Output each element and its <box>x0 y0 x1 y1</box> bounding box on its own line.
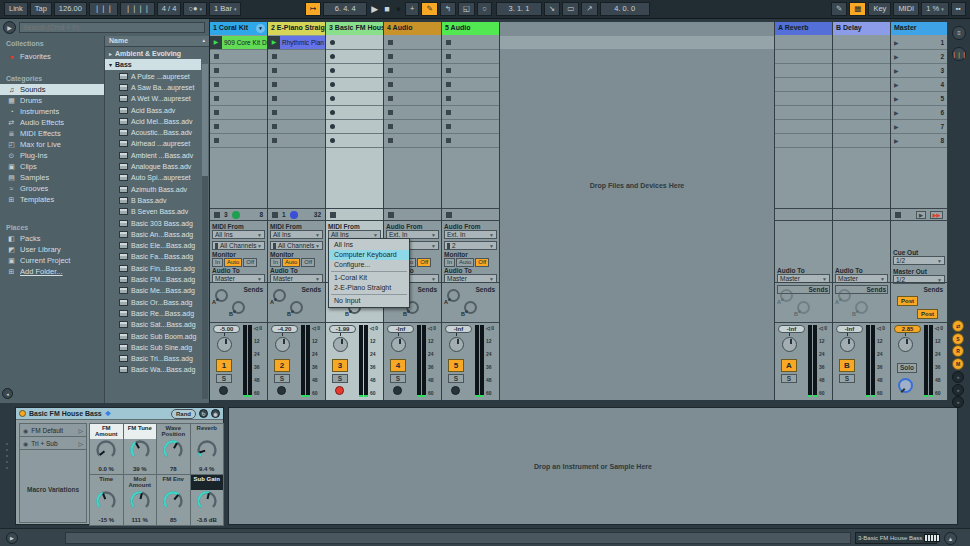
clip-launch-button[interactable]: ▶ <box>268 36 280 49</box>
file-row[interactable]: Auto Spi...aupreset <box>105 172 201 183</box>
scene-launch-button[interactable]: ▶ <box>894 53 899 60</box>
clip-slot[interactable] <box>210 106 267 120</box>
solo-button[interactable]: S <box>839 374 855 383</box>
slot-stop-icon[interactable] <box>388 68 393 73</box>
clip-slot[interactable] <box>384 120 441 134</box>
file-row[interactable]: Acid Mel...Bass.adv <box>105 116 201 127</box>
clip-slot[interactable] <box>326 36 383 50</box>
pan-knob[interactable] <box>217 337 232 352</box>
input-type-chooser[interactable]: All Ins▼ <box>212 230 265 239</box>
punch-in-button[interactable]: ↘ <box>544 2 560 16</box>
track-header[interactable]: 4 Audio <box>384 22 441 35</box>
scene-launch-button[interactable]: ▶ <box>894 39 899 46</box>
sidebar-item-current-project[interactable]: ▣Current Project <box>0 255 104 266</box>
browser-collapse-button[interactable]: ▶ <box>3 21 16 34</box>
pan-knob[interactable] <box>898 337 913 352</box>
io-meter-icon[interactable]: ❘❘❘ <box>952 47 966 61</box>
loop-start-field[interactable]: 3. 1. 1 <box>496 2 542 16</box>
link-button[interactable]: Link <box>4 2 28 16</box>
device-drop-zone[interactable]: Drop an Instrument or Sample Here <box>228 407 958 525</box>
slot-stop-icon[interactable] <box>214 124 219 129</box>
slot-stop-icon[interactable] <box>388 82 393 87</box>
track-stop-button[interactable] <box>272 212 278 218</box>
track-activator-button[interactable]: A <box>781 359 797 372</box>
file-row[interactable]: Basic 303 Bass.adg <box>105 218 201 229</box>
track-activator-button[interactable]: 3 <box>332 359 348 372</box>
input-channel-chooser[interactable]: All Channels▼ <box>270 241 323 250</box>
slot-stop-icon[interactable] <box>388 138 393 143</box>
clip-slot[interactable] <box>326 64 383 78</box>
mixer-section-toggle-off-2[interactable]: ● <box>952 396 964 408</box>
clip-slot[interactable] <box>442 64 499 78</box>
sidebar-item-clips[interactable]: ▣Clips <box>0 161 104 172</box>
arrangement-position-field[interactable]: 6. 4. 4 <box>323 2 367 16</box>
file-row[interactable]: B Bass.adv <box>105 195 201 206</box>
volume-field[interactable]: -Inf <box>836 325 863 333</box>
input-type-chooser[interactable]: All Ins▼ <box>270 230 323 239</box>
camera-icon[interactable]: ◉ <box>23 427 28 434</box>
file-row[interactable]: Basic Tri...Bass.adg <box>105 353 201 364</box>
volume-field[interactable]: -1.99 <box>329 325 356 333</box>
track-header[interactable]: 5 Audio <box>442 22 499 35</box>
play-button[interactable]: ▶ <box>369 2 380 16</box>
search-input[interactable] <box>19 22 205 33</box>
clip-slot[interactable] <box>268 120 325 134</box>
clip[interactable]: 909 Core Kit Di <box>222 36 267 49</box>
pan-knob[interactable] <box>391 337 406 352</box>
scene-slot[interactable]: ▶6 <box>891 106 947 120</box>
slot-record-icon[interactable] <box>330 40 335 45</box>
macro-mod-amount[interactable]: Mod Amount111 % <box>124 475 157 525</box>
slot-stop-icon[interactable] <box>446 110 451 115</box>
clip-slot[interactable] <box>442 134 499 148</box>
volume-field[interactable]: -Inf <box>387 325 414 333</box>
track-activator-button[interactable]: 1 <box>216 359 232 372</box>
macro-knob[interactable] <box>94 439 118 461</box>
track-header[interactable]: A Reverb <box>775 22 832 35</box>
scene-slot[interactable]: ▶5 <box>891 92 947 106</box>
track-header[interactable]: Master <box>891 22 947 35</box>
slot-stop-icon[interactable] <box>388 96 393 101</box>
track-stop-button[interactable] <box>330 212 336 218</box>
slot-stop-icon[interactable] <box>272 138 277 143</box>
overdub-button[interactable]: + <box>405 2 419 16</box>
input-channel-chooser[interactable]: All Channels▼ <box>212 241 265 250</box>
sidebar-item-samples[interactable]: ▤Samples <box>0 172 104 183</box>
macro-fm-amount[interactable]: FM Amount0.0 % <box>90 424 123 474</box>
solo-button[interactable]: S <box>781 374 797 383</box>
slot-stop-icon[interactable] <box>214 82 219 87</box>
time-signature-field[interactable]: 4 / 4 <box>157 2 182 16</box>
scene-launch-button[interactable]: ▶ <box>894 123 899 130</box>
clip-slot[interactable] <box>442 92 499 106</box>
send-a-knob[interactable]: A <box>838 289 851 302</box>
stop-button[interactable]: ■ <box>382 2 391 16</box>
scene-slot[interactable]: ▶1 <box>891 36 947 50</box>
solo-button[interactable]: Solo <box>897 363 917 373</box>
slot-record-icon[interactable] <box>330 68 335 73</box>
slot-stop-icon[interactable] <box>388 54 393 59</box>
tempo-field[interactable]: 126.00 <box>54 2 87 16</box>
clip-slot[interactable] <box>442 78 499 92</box>
clip-slot[interactable]: ▶Rhythmic Pian <box>268 36 325 50</box>
sidebar-item-grooves[interactable]: ≈Grooves <box>0 183 104 194</box>
loop-length-field[interactable]: 4. 0. 0 <box>600 2 650 16</box>
slot-stop-icon[interactable] <box>272 82 277 87</box>
file-row[interactable]: Basic Sat...Bass.adg <box>105 319 201 330</box>
solo-button[interactable]: S <box>216 374 232 383</box>
tap-tempo-button[interactable]: Tap <box>30 2 52 16</box>
track-header[interactable]: B Delay <box>833 22 890 35</box>
monitor-auto-button[interactable]: Auto <box>456 258 474 267</box>
device-title-bar[interactable]: Basic FM House Bass ❖ Rand ↻ ◉ <box>16 408 223 420</box>
scene-launch-button[interactable]: ▶ <box>894 109 899 116</box>
back-to-arrangement-button[interactable]: ▶▶ <box>930 211 943 219</box>
sidebar-item-templates[interactable]: ⊞Templates <box>0 194 104 205</box>
file-row[interactable]: Basic An...Bass.adg <box>105 229 201 240</box>
detail-view-toggle[interactable]: ▶ <box>6 532 18 544</box>
scene-launch-button[interactable]: ▶ <box>894 137 899 144</box>
clip-slot[interactable] <box>210 134 267 148</box>
clip-slot[interactable] <box>210 64 267 78</box>
file-row[interactable]: A Saw Ba...aupreset <box>105 82 201 93</box>
mixer-section-toggle-2[interactable]: R <box>952 345 964 357</box>
slot-stop-icon[interactable] <box>272 110 277 115</box>
monitor-in-button[interactable]: In <box>444 258 455 267</box>
track-stop-button[interactable] <box>446 212 452 218</box>
